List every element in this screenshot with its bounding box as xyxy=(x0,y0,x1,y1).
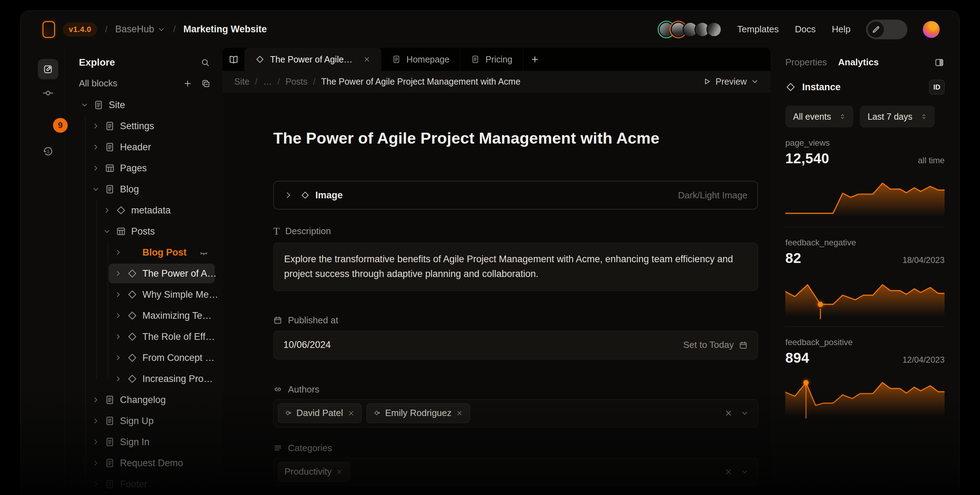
image-block-row[interactable]: Image Dark/Light Image xyxy=(273,181,758,209)
panel-tab-properties[interactable]: Properties xyxy=(785,57,827,68)
reference-icon xyxy=(373,409,381,417)
tree-item-blog[interactable]: Blog xyxy=(65,179,223,200)
workspace-breadcrumb: v1.4.0 / BaseHub / Marketing Website xyxy=(43,21,267,38)
tree-item-blog-post[interactable]: Blog Post xyxy=(65,242,223,263)
version-badge[interactable]: v1.4.0 xyxy=(63,22,97,37)
collapse-all-icon[interactable] xyxy=(201,79,210,88)
commits-icon[interactable] xyxy=(42,87,54,99)
published-date-input[interactable]: 10/06/2024 Set to Today xyxy=(273,331,758,359)
remove-tag-icon[interactable] xyxy=(336,468,344,476)
tab-homepage[interactable]: Homepage xyxy=(381,48,460,71)
authors-input[interactable]: David PatelEmily Rodriguez xyxy=(273,399,758,427)
tree-item-metadata[interactable]: metadata xyxy=(65,200,223,221)
add-block-icon[interactable] xyxy=(183,79,192,88)
description-field-label: T Description xyxy=(273,225,758,237)
topbar-link-help[interactable]: Help xyxy=(832,24,851,35)
description-input[interactable]: Explore the transformative benefits of A… xyxy=(273,243,758,291)
tree-item-settings[interactable]: Settings xyxy=(65,115,223,137)
chevron-right-icon xyxy=(92,417,100,425)
preview-label: Preview xyxy=(716,77,747,87)
breadcrumb-segment-posts[interactable]: Posts xyxy=(285,77,308,87)
edit-draft-button[interactable] xyxy=(38,59,58,79)
chevron-down-icon[interactable] xyxy=(741,468,748,476)
panel-tab-analytics[interactable]: Analytics xyxy=(838,57,879,68)
collaborator-avatar[interactable] xyxy=(706,22,722,37)
chevron-right-icon[interactable] xyxy=(284,191,293,200)
remove-tag-icon[interactable] xyxy=(347,409,355,417)
new-tab-button[interactable] xyxy=(523,48,546,71)
chevron-right-icon xyxy=(115,291,122,299)
chevron-down-icon[interactable] xyxy=(741,409,748,417)
set-to-today-label: Set to Today xyxy=(683,340,734,350)
workspace-name[interactable]: BaseHub xyxy=(115,24,165,35)
metric-feedback-negative: feedback_negative8218/04/2023 xyxy=(785,227,945,327)
pending-changes-badge[interactable]: 9 xyxy=(53,118,68,133)
clear-field-icon[interactable] xyxy=(724,467,733,476)
tree-item-label: Pages xyxy=(120,163,147,174)
app-window: v1.4.0 / BaseHub / Marketing Website Tem… xyxy=(20,11,960,495)
tree-item-label: The Power of A… xyxy=(142,268,217,279)
basehub-logo-icon[interactable] xyxy=(43,21,55,38)
breadcrumb-segment-site[interactable]: Site xyxy=(234,77,250,87)
tree-item-posts[interactable]: Posts xyxy=(65,221,223,242)
tree-item-the-role-of-eff[interactable]: The Role of Eff… xyxy=(65,326,223,347)
filter-select-all-events[interactable]: All events xyxy=(785,106,853,128)
diamond-icon xyxy=(127,310,137,321)
metric-caption: 18/04/2023 xyxy=(902,255,945,265)
set-to-today-button[interactable]: Set to Today xyxy=(683,340,748,350)
tag-emily-rodriguez[interactable]: Emily Rodriguez xyxy=(366,403,470,423)
tree-item-site[interactable]: Site xyxy=(65,94,223,115)
toggle-panel-icon[interactable] xyxy=(934,57,945,68)
table-icon xyxy=(105,163,115,173)
tree-item-maximizing-te[interactable]: Maximizing Te… xyxy=(65,305,223,326)
tree-item-sign-up[interactable]: Sign Up xyxy=(65,410,223,431)
filter-select-last-7-days[interactable]: Last 7 days xyxy=(860,106,935,128)
user-avatar[interactable] xyxy=(923,21,940,38)
preview-button[interactable]: Preview xyxy=(702,77,759,87)
tree-item-why-simple-me[interactable]: Why Simple Me… xyxy=(65,284,223,305)
tab-pricing[interactable]: Pricing xyxy=(460,48,523,71)
workspace-label: BaseHub xyxy=(115,24,154,35)
book-icon xyxy=(228,54,239,65)
tree-item-increasing-pro[interactable]: Increasing Pro… xyxy=(65,368,223,389)
library-button[interactable] xyxy=(223,48,245,71)
categories-input[interactable]: Productivity xyxy=(273,458,758,486)
tree-item-pages[interactable]: Pages xyxy=(65,158,223,179)
project-name[interactable]: Marketing Website xyxy=(183,24,267,35)
close-icon[interactable] xyxy=(363,56,371,63)
tree-item-sign-in[interactable]: Sign In xyxy=(65,431,223,452)
component-icon xyxy=(127,247,137,258)
breadcrumb-separator: / xyxy=(313,77,316,87)
tag-productivity[interactable]: Productivity xyxy=(278,462,350,482)
tree-item-request-demo[interactable]: Request Demo xyxy=(65,452,223,474)
search-icon[interactable] xyxy=(200,58,210,67)
edit-mode-toggle[interactable] xyxy=(866,20,907,39)
breadcrumb-segment-[interactable]: … xyxy=(263,77,272,87)
tab-label: Homepage xyxy=(407,54,449,65)
tab-the-power-of-agile[interactable]: The Power of Agile… xyxy=(245,48,381,71)
topbar-link-docs[interactable]: Docs xyxy=(795,24,816,35)
editor-area: The Power of Agile…HomepagePricing Site/… xyxy=(223,48,771,495)
topbar-link-templates[interactable]: Templates xyxy=(737,24,779,35)
tree-item-from-concept[interactable]: From Concept … xyxy=(65,347,223,368)
clear-field-icon[interactable] xyxy=(724,409,733,418)
analytics-panel: PropertiesAnalytics Instance ID All even… xyxy=(783,48,953,495)
tree-item-changelog[interactable]: Changelog xyxy=(65,389,223,410)
collaborator-avatars[interactable] xyxy=(659,22,722,37)
tag-david-patel[interactable]: David Patel xyxy=(278,403,362,423)
metric-value-row: 8218/04/2023 xyxy=(785,250,945,266)
history-icon[interactable]: 1 xyxy=(42,145,54,157)
chart-marker-dot xyxy=(818,302,823,307)
page-title[interactable]: The Power of Agile Project Management wi… xyxy=(273,129,758,147)
tag-label: Productivity xyxy=(285,466,331,477)
tree-item-header[interactable]: Header xyxy=(65,137,223,158)
copy-id-button[interactable]: ID xyxy=(929,80,945,94)
chevron-right-icon xyxy=(115,249,122,256)
tag-label: David Patel xyxy=(296,407,343,418)
chevron-right-icon xyxy=(92,164,100,172)
topbar-links: TemplatesDocsHelp xyxy=(737,24,851,35)
editor-breadcrumb: Site/…/Posts/ The Power of Agile Project… xyxy=(223,71,771,92)
tree-item-footer[interactable]: Footer xyxy=(65,474,223,495)
remove-tag-icon[interactable] xyxy=(456,409,463,417)
tree-item-the-power-of-a[interactable]: The Power of A… xyxy=(65,263,223,284)
